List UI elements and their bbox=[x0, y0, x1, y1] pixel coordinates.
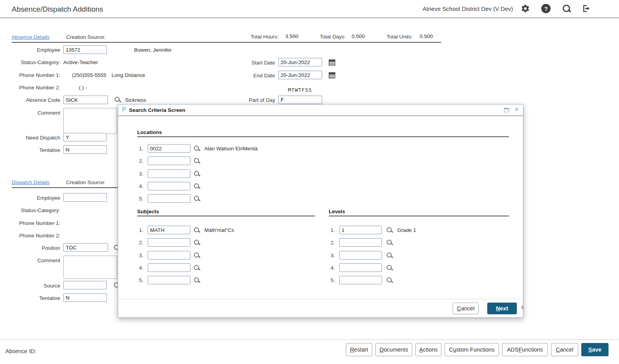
dispatch-tentative-input[interactable] bbox=[63, 293, 107, 302]
levels-heading: Levels bbox=[329, 209, 345, 214]
phone1-value: (250)555-5555 bbox=[72, 72, 106, 78]
status-category-value: Active-Teacher bbox=[63, 59, 98, 65]
total-hours-label: Total Hours: bbox=[251, 34, 279, 40]
level-1-input[interactable] bbox=[339, 226, 382, 234]
dispatch-comment-label: Comment bbox=[6, 258, 60, 263]
subjects-rule bbox=[137, 216, 315, 216]
subject-row-num: 3. bbox=[136, 253, 143, 258]
levels-rule bbox=[329, 216, 509, 216]
ads-functions-button[interactable]: ADS Functions bbox=[502, 343, 548, 356]
actions-button[interactable]: Actions bbox=[415, 343, 441, 356]
subjects-heading: Subjects bbox=[137, 209, 159, 214]
subject-5-input[interactable] bbox=[148, 276, 190, 284]
location-4-search-icon[interactable] bbox=[194, 183, 200, 190]
custom-functions-button[interactable]: Custom Functions bbox=[445, 343, 499, 356]
absence-tentative-input[interactable] bbox=[63, 145, 107, 154]
level-4-search-icon[interactable] bbox=[386, 265, 393, 271]
location-1-input[interactable] bbox=[148, 144, 190, 153]
location-4-input[interactable] bbox=[148, 182, 190, 190]
level-5-search-icon[interactable] bbox=[386, 277, 393, 284]
subject-5-search-icon[interactable] bbox=[194, 277, 200, 284]
level-2-input[interactable] bbox=[339, 238, 382, 247]
subject-2-search-icon[interactable] bbox=[194, 239, 200, 246]
week-mask-label: MTWTFSS bbox=[288, 87, 312, 93]
modal-title-bar[interactable]: P Search Criteria Screen × bbox=[118, 104, 523, 116]
subject-4-search-icon[interactable] bbox=[194, 265, 200, 271]
start-date-calendar-icon[interactable] bbox=[329, 59, 335, 66]
help-icon[interactable]: ? bbox=[541, 4, 551, 13]
maximize-icon[interactable] bbox=[504, 108, 509, 112]
absence-details-link[interactable]: Absence Details bbox=[12, 34, 50, 40]
location-2-search-icon[interactable] bbox=[194, 158, 200, 164]
employee-input[interactable] bbox=[63, 45, 107, 54]
level-1-search-icon[interactable] bbox=[386, 227, 393, 233]
cancel-button[interactable]: Cancel bbox=[551, 343, 578, 356]
documents-button[interactable]: Documents bbox=[375, 343, 412, 356]
locations-heading: Locations bbox=[137, 129, 162, 135]
location-5-search-icon[interactable] bbox=[194, 195, 200, 202]
position-input[interactable] bbox=[63, 243, 108, 252]
absence-code-desc: Sickness bbox=[125, 97, 146, 103]
restart-button[interactable]: Restart bbox=[346, 343, 372, 356]
part-of-day-label: Part of Day bbox=[221, 97, 275, 103]
location-row-num: 2. bbox=[136, 158, 143, 164]
modal-cancel-button[interactable]: Cancel bbox=[453, 303, 479, 314]
employee-label: Employee bbox=[6, 47, 60, 53]
subject-4-input[interactable] bbox=[148, 263, 190, 272]
start-date-input[interactable] bbox=[278, 58, 322, 66]
subject-1-search-icon[interactable] bbox=[194, 227, 200, 233]
location-3-input[interactable] bbox=[148, 169, 190, 178]
level-3-search-icon[interactable] bbox=[386, 252, 393, 259]
level-2-search-icon[interactable] bbox=[386, 239, 393, 246]
level-row-num: 5. bbox=[327, 277, 335, 283]
level-5-input[interactable] bbox=[339, 276, 382, 284]
total-units-label: Total Units: bbox=[387, 34, 413, 40]
level-4-input[interactable] bbox=[339, 263, 382, 272]
dispatch-employee-input[interactable] bbox=[63, 193, 107, 202]
need-dispatch-label: Need Dispatch bbox=[6, 135, 60, 141]
subject-3-input[interactable] bbox=[148, 251, 190, 260]
dispatch-details-link[interactable]: Dispatch Details bbox=[12, 179, 50, 185]
absence-code-search-icon[interactable] bbox=[114, 96, 121, 103]
location-row-num: 4. bbox=[136, 183, 143, 189]
sign-out-icon[interactable] bbox=[582, 4, 591, 13]
absence-dispatch-page: Absence/Dispatch Additions Atrieve Schoo… bbox=[0, 0, 619, 364]
location-5-input[interactable] bbox=[148, 194, 190, 203]
end-date-calendar-icon[interactable] bbox=[329, 72, 335, 78]
absence-comment-textarea[interactable] bbox=[63, 108, 117, 134]
location-1-search-icon[interactable] bbox=[194, 145, 200, 152]
subject-1-input[interactable] bbox=[148, 226, 190, 234]
level-1-desc: Grade 1 bbox=[397, 227, 416, 233]
need-dispatch-input[interactable] bbox=[63, 133, 107, 141]
subject-2-input[interactable] bbox=[148, 238, 190, 247]
environment-label: Atrieve School District Dev (V Dev) bbox=[411, 5, 513, 12]
subject-3-search-icon[interactable] bbox=[194, 252, 200, 259]
header-search-icon[interactable] bbox=[562, 4, 571, 13]
header-divider bbox=[0, 17, 619, 18]
subject-row-num: 2. bbox=[136, 240, 143, 246]
absence-section-rule bbox=[12, 42, 441, 43]
absence-id-label: Absence ID: bbox=[5, 348, 36, 354]
settings-gear-icon[interactable] bbox=[521, 4, 530, 13]
modal-resize-handle[interactable] bbox=[521, 306, 523, 309]
subject-1-desc: Máth'mat"Cs bbox=[204, 227, 234, 233]
location-3-search-icon[interactable] bbox=[194, 171, 200, 177]
app-logo-icon: P bbox=[122, 106, 126, 113]
total-days-label: Total Days: bbox=[320, 34, 346, 40]
part-of-day-input[interactable] bbox=[278, 96, 322, 104]
close-icon[interactable]: × bbox=[515, 106, 518, 113]
absence-creation-source-label: Creation Source: bbox=[66, 34, 105, 40]
help-glyph: ? bbox=[544, 5, 548, 12]
save-button[interactable]: Save bbox=[581, 343, 609, 356]
level-3-input[interactable] bbox=[339, 251, 382, 260]
modal-next-button[interactable]: Next bbox=[487, 303, 517, 314]
end-date-input[interactable] bbox=[278, 71, 322, 79]
level-row-num: 1. bbox=[327, 227, 335, 233]
phone1-label: Phone Number 1: bbox=[6, 72, 60, 78]
location-2-input[interactable] bbox=[148, 157, 190, 165]
source-input[interactable] bbox=[63, 281, 107, 289]
source-label: Source bbox=[6, 283, 60, 289]
absence-tentative-label: Tentative bbox=[6, 147, 60, 153]
absence-code-input[interactable] bbox=[63, 96, 108, 104]
dispatch-comment-textarea[interactable] bbox=[63, 256, 117, 279]
